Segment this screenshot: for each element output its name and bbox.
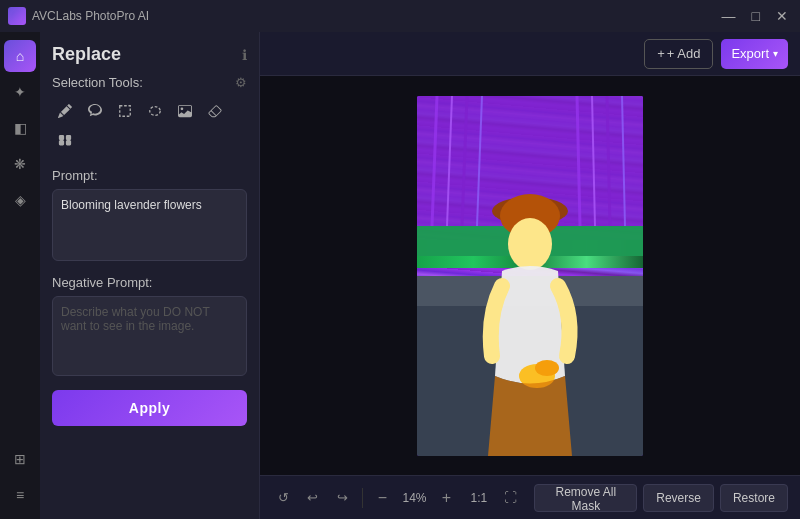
photo-background xyxy=(417,96,643,456)
redo-button[interactable]: ↪ xyxy=(330,484,353,512)
export-button[interactable]: Export ▾ xyxy=(721,39,788,69)
remove-all-mask-button[interactable]: Remove All Mask xyxy=(534,484,637,512)
title-bar-controls: — □ ✕ xyxy=(718,7,792,25)
close-button[interactable]: ✕ xyxy=(772,7,792,25)
title-bar: AVCLabs PhotoPro AI — □ ✕ xyxy=(0,0,800,32)
ellipse-select-tool-button[interactable] xyxy=(142,98,168,124)
svg-point-11 xyxy=(535,360,559,376)
bottom-toolbar: ↺ ↩ ↪ − 14% + 1:1 ⛶ Remove All Mask Reve… xyxy=(260,475,800,519)
sidebar-item-settings[interactable]: ≡ xyxy=(4,479,36,511)
maximize-button[interactable]: □ xyxy=(748,7,764,25)
app-icon xyxy=(8,7,26,25)
selection-tools-header: Selection Tools: ⚙ xyxy=(52,75,247,90)
toolbar-separator-1 xyxy=(362,488,363,508)
title-bar-left: AVCLabs PhotoPro AI xyxy=(8,7,149,25)
apply-button[interactable]: Apply xyxy=(52,390,247,426)
selection-tools-gear-icon[interactable]: ⚙ xyxy=(235,75,247,90)
sidebar-item-home[interactable]: ⌂ xyxy=(4,40,36,72)
zoom-out-button[interactable]: − xyxy=(370,486,394,510)
fit-screen-button[interactable]: ⛶ xyxy=(499,484,522,512)
zoom-ratio[interactable]: 1:1 xyxy=(464,489,493,507)
main-layout: ⌂ ✦ ◧ ❋ ◈ ⊞ ≡ Replace ℹ Selection Tools:… xyxy=(0,32,800,519)
zoom-controls: − 14% + xyxy=(370,486,458,510)
icon-sidebar: ⌂ ✦ ◧ ❋ ◈ ⊞ ≡ xyxy=(0,32,40,519)
zoom-in-button[interactable]: + xyxy=(434,486,458,510)
sidebar-item-tools[interactable]: ✦ xyxy=(4,76,36,108)
photo-svg xyxy=(417,96,643,456)
top-toolbar: + + Add Export ▾ xyxy=(260,32,800,76)
reverse-button[interactable]: Reverse xyxy=(643,484,714,512)
restore-button[interactable]: Restore xyxy=(720,484,788,512)
grid-tool-button[interactable] xyxy=(52,128,78,154)
selection-tools-row xyxy=(52,98,247,154)
svg-point-9 xyxy=(508,218,552,270)
content-area: + + Add Export ▾ xyxy=(260,32,800,519)
erase-tool-button[interactable] xyxy=(202,98,228,124)
photo-container xyxy=(417,96,643,456)
sidebar-item-effects[interactable]: ❋ xyxy=(4,148,36,180)
pen-tool-button[interactable] xyxy=(52,98,78,124)
prompt-label: Prompt: xyxy=(52,168,247,183)
sidebar-item-layers[interactable]: ◧ xyxy=(4,112,36,144)
prompt-input[interactable] xyxy=(52,189,247,261)
sidebar-item-stamp[interactable]: ⊞ xyxy=(4,443,36,475)
svg-rect-1 xyxy=(120,106,131,117)
negative-prompt-label: Negative Prompt: xyxy=(52,275,247,290)
add-icon: + xyxy=(657,46,665,61)
add-button[interactable]: + + Add xyxy=(644,39,713,69)
svg-point-0 xyxy=(11,10,23,22)
selection-tools-label: Selection Tools: xyxy=(52,75,143,90)
lasso-tool-button[interactable] xyxy=(82,98,108,124)
svg-point-2 xyxy=(150,107,161,116)
info-icon[interactable]: ℹ xyxy=(242,47,247,63)
undo-button[interactable]: ↩ xyxy=(301,484,324,512)
panel-header: Replace ℹ xyxy=(52,44,247,65)
sidebar-item-adjust[interactable]: ◈ xyxy=(4,184,36,216)
negative-prompt-input[interactable] xyxy=(52,296,247,376)
minimize-button[interactable]: — xyxy=(718,7,740,25)
refresh-button[interactable]: ↺ xyxy=(272,484,295,512)
panel-title: Replace xyxy=(52,44,121,65)
canvas-area[interactable] xyxy=(260,76,800,475)
zoom-value: 14% xyxy=(396,491,432,505)
export-chevron-icon: ▾ xyxy=(773,48,778,59)
app-title: AVCLabs PhotoPro AI xyxy=(32,9,149,23)
rect-select-tool-button[interactable] xyxy=(112,98,138,124)
left-panel: Replace ℹ Selection Tools: ⚙ xyxy=(40,32,260,519)
image-select-tool-button[interactable] xyxy=(172,98,198,124)
